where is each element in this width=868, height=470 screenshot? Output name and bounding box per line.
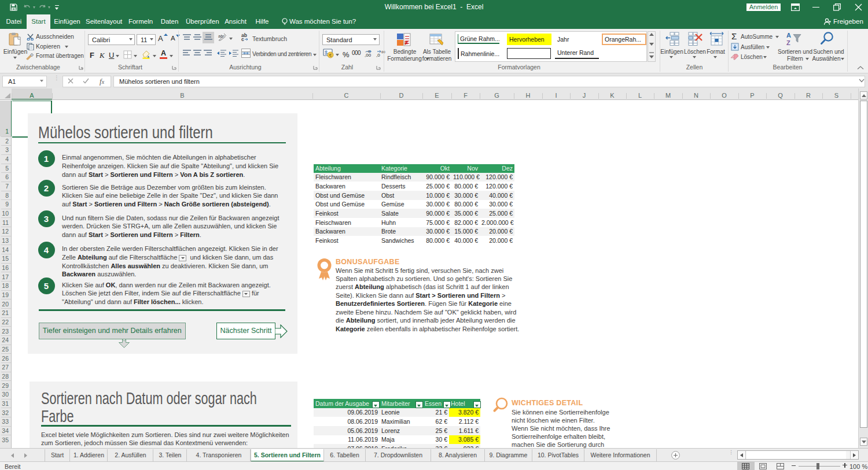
svg-text:,0: ,0 [376,53,380,57]
svg-text:,00: ,00 [365,53,372,57]
svg-text:←0: ←0 [365,50,370,53]
svg-text:≠: ≠ [404,39,408,46]
svg-text:Z: Z [786,39,790,46]
svg-text:$: $ [325,50,328,55]
svg-text:€: € [329,53,332,58]
svg-text:A: A [786,32,791,39]
svg-text:ab: ab [218,34,223,39]
svg-text:c: c [241,36,244,42]
